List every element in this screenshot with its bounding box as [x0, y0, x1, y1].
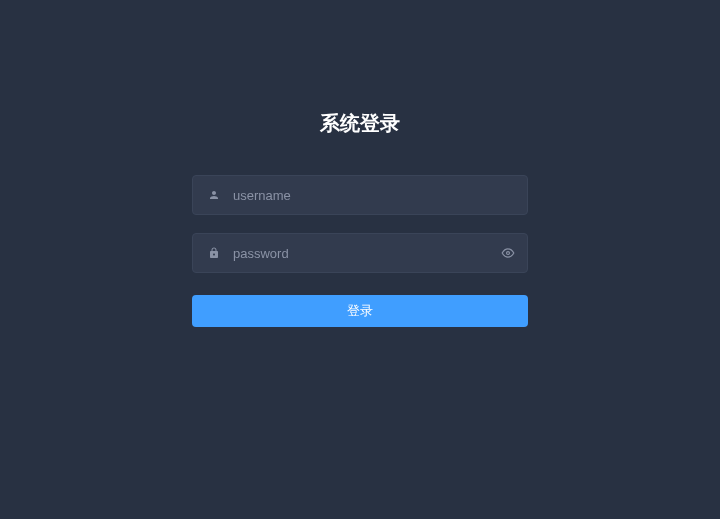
username-input-wrapper: [192, 175, 528, 215]
login-title: 系统登录: [320, 110, 400, 137]
login-container: 系统登录 登录: [192, 110, 528, 327]
svg-point-0: [507, 252, 510, 255]
password-input-wrapper: [192, 233, 528, 273]
password-input[interactable]: [223, 246, 501, 261]
lock-icon: [205, 247, 223, 259]
eye-icon[interactable]: [501, 246, 515, 260]
user-icon: [205, 189, 223, 201]
login-button[interactable]: 登录: [192, 295, 528, 327]
username-input[interactable]: [223, 188, 515, 203]
login-button-label: 登录: [347, 302, 373, 320]
